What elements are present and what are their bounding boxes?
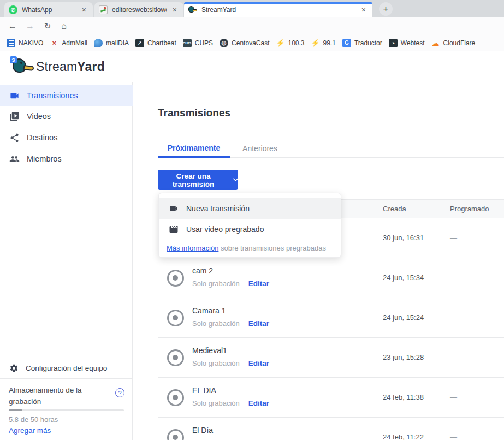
editor-page-icon bbox=[99, 5, 108, 14]
broadcast-title: EL DIA bbox=[192, 386, 216, 395]
gear-icon bbox=[9, 364, 19, 373]
gauge-icon: ◔ bbox=[389, 39, 398, 47]
home-icon[interactable]: ⌂ bbox=[58, 20, 70, 32]
broadcast-type: Solo grabación bbox=[192, 280, 240, 288]
translate-icon: G bbox=[342, 39, 351, 47]
maildia-bird-icon bbox=[94, 39, 103, 47]
broadcast-type: Solo grabación bbox=[192, 319, 240, 328]
close-icon[interactable]: × bbox=[80, 5, 88, 14]
created-cell: 24 feb, 11:22 bbox=[383, 433, 424, 440]
broadcast-title: Camara 1 bbox=[192, 306, 226, 315]
browser-tab-editoresweb[interactable]: editoresweb:sitioweb:eldia.co × bbox=[94, 2, 183, 17]
record-icon bbox=[167, 270, 184, 287]
sidebar: Transmisiones Videos Destinos Miembros C… bbox=[0, 82, 133, 440]
record-icon bbox=[167, 349, 184, 366]
create-broadcast-button[interactable]: Crear una transmisión bbox=[158, 170, 238, 190]
reload-icon[interactable]: ↻ bbox=[41, 20, 54, 32]
globe-icon: ◍ bbox=[220, 39, 228, 47]
bookmark-webtest[interactable]: ◔Webtest bbox=[389, 39, 425, 47]
videocam-icon bbox=[169, 204, 179, 213]
broadcast-title: Medieval1 bbox=[192, 346, 227, 355]
column-created: Creada bbox=[383, 200, 406, 218]
scheduled-cell: — bbox=[450, 393, 457, 401]
bookmark-chartbeat[interactable]: ➚Chartbeat bbox=[135, 39, 176, 47]
prerecorded-info: Más información sobre transmisiones preg… bbox=[159, 240, 341, 252]
bookmark-admmail[interactable]: ×AdmMail bbox=[50, 39, 87, 47]
table-row[interactable]: Medieval1 Solo grabaciónEditar 23 jun, 1… bbox=[158, 338, 504, 378]
app-header: S StreamYard bbox=[0, 51, 504, 82]
video-library-icon bbox=[9, 111, 20, 122]
team-settings-button[interactable]: Configuración del equipo bbox=[0, 358, 133, 378]
menu-item-new-broadcast[interactable]: Nueva transmisión bbox=[159, 198, 341, 219]
bookmark-cloudflare[interactable]: ☁CloudFlare bbox=[431, 39, 476, 47]
bookmark-centovacast[interactable]: ◍CentovaCast bbox=[220, 39, 269, 47]
active-tab-stripe bbox=[184, 2, 372, 4]
edit-link[interactable]: Editar bbox=[248, 399, 269, 407]
tab-proximamente[interactable]: Próximamente bbox=[158, 139, 230, 158]
scheduled-cell: — bbox=[450, 433, 457, 440]
bookmark-99-1[interactable]: ⚡99.1 bbox=[311, 39, 336, 47]
help-icon[interactable]: ? bbox=[115, 388, 124, 397]
table-row[interactable]: cam 2 Solo grabaciónEditar 24 jun, 15:34… bbox=[158, 258, 504, 298]
menu-item-prerecorded-video[interactable]: Usar video pregrabado bbox=[159, 219, 341, 240]
close-icon[interactable]: × bbox=[170, 5, 179, 14]
scheduled-cell: — bbox=[450, 273, 457, 282]
sidebar-item-videos[interactable]: Videos bbox=[0, 106, 133, 127]
browser-tab-streamyard[interactable]: StreamYard × bbox=[184, 2, 372, 17]
nakivo-icon bbox=[7, 39, 15, 47]
storage-progress-bar bbox=[9, 409, 124, 411]
brand-wordmark: StreamYard bbox=[36, 60, 105, 74]
broadcast-title: El Día bbox=[192, 426, 213, 435]
page-title: Transmisiones bbox=[158, 107, 230, 119]
scheduled-cell: — bbox=[450, 234, 457, 242]
browser-tab-whatsapp[interactable]: ✆ WhatsApp × bbox=[4, 2, 93, 17]
sidebar-item-miembros[interactable]: Miembros bbox=[0, 148, 133, 169]
divider bbox=[0, 378, 133, 379]
menu-item-label: Nueva transmisión bbox=[186, 204, 250, 213]
broadcast-type: Solo grabación bbox=[192, 399, 240, 407]
chartbeat-icon: ➚ bbox=[135, 39, 144, 47]
streamyard-logo-icon[interactable]: S bbox=[10, 56, 33, 77]
share-icon bbox=[9, 133, 20, 143]
tab-anteriores[interactable]: Anteriores bbox=[230, 139, 290, 158]
bookmark-traductor[interactable]: GTraductor bbox=[342, 39, 382, 47]
videocam-icon bbox=[9, 91, 20, 101]
more-info-link[interactable]: Más información bbox=[167, 244, 218, 252]
add-more-link[interactable]: Agregar más bbox=[9, 426, 51, 435]
storage-progress-fill bbox=[9, 409, 22, 411]
edit-link[interactable]: Editar bbox=[248, 319, 269, 328]
bookmark-maildia[interactable]: mailDIA bbox=[94, 39, 129, 47]
new-tab-button[interactable]: + bbox=[379, 2, 393, 16]
bookmark-100-3[interactable]: ⚡100.3 bbox=[276, 39, 304, 47]
table-row[interactable]: El Día Solo grabaciónEditar 24 feb, 11:2… bbox=[158, 418, 504, 440]
forward-icon[interactable]: → bbox=[24, 20, 36, 32]
created-cell: 23 jun, 15:28 bbox=[383, 353, 424, 361]
cups-icon: CUPS bbox=[183, 39, 192, 47]
broadcast-tabs: Próximamente Anteriores bbox=[158, 139, 504, 158]
settings-label: Configuración del equipo bbox=[26, 364, 107, 372]
record-icon bbox=[167, 429, 184, 440]
bookmark-cups[interactable]: CUPSCUPS bbox=[183, 39, 213, 47]
sidebar-item-label: Transmisiones bbox=[27, 91, 78, 100]
broadcast-title: cam 2 bbox=[192, 266, 213, 275]
edit-link[interactable]: Editar bbox=[248, 280, 269, 288]
streamyard-duck-icon bbox=[188, 5, 197, 14]
tab-title: WhatsApp bbox=[22, 6, 76, 14]
sidebar-item-transmisiones[interactable]: Transmisiones bbox=[0, 85, 133, 106]
menu-item-label: Usar video pregrabado bbox=[186, 225, 264, 234]
scheduled-cell: — bbox=[450, 313, 457, 322]
created-cell: 24 feb, 11:38 bbox=[383, 393, 424, 401]
storage-title: Almacenamiento de la grabación bbox=[9, 384, 82, 407]
table-row[interactable]: EL DIA Solo grabaciónEditar 24 feb, 11:3… bbox=[158, 378, 504, 418]
created-cell: 24 jun, 15:24 bbox=[383, 313, 424, 322]
close-icon[interactable]: × bbox=[359, 5, 368, 14]
sidebar-item-destinos[interactable]: Destinos bbox=[0, 127, 133, 148]
edit-link[interactable]: Editar bbox=[248, 359, 269, 367]
bookmark-nakivo[interactable]: NAKIVO bbox=[7, 39, 43, 47]
table-row[interactable]: Camara 1 Solo grabaciónEditar 24 jun, 15… bbox=[158, 298, 504, 338]
lightning-icon: ⚡ bbox=[311, 39, 320, 47]
chevron-down-icon bbox=[233, 178, 238, 182]
clapperboard-icon bbox=[169, 224, 179, 234]
back-icon[interactable]: ← bbox=[7, 20, 19, 32]
cloud-icon: ☁ bbox=[431, 39, 440, 47]
